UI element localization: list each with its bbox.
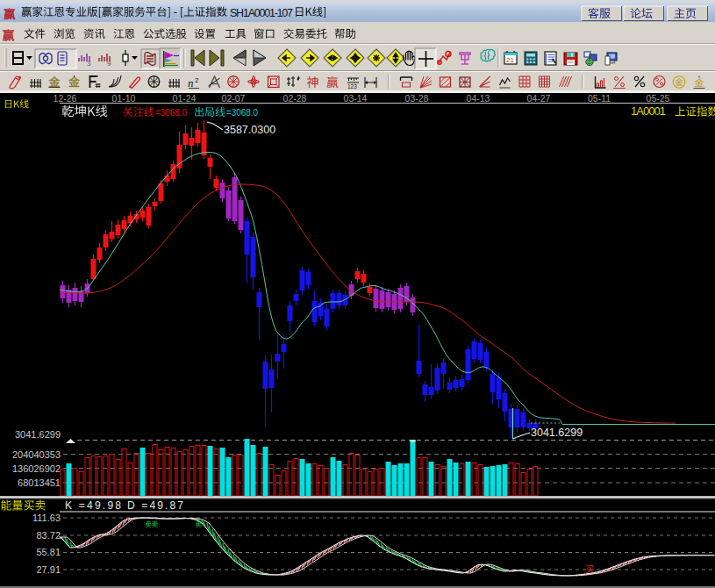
svg-text:123: 123 [347,83,357,90]
svg-text:9: 9 [107,60,111,68]
svg-text:27.91: 27.91 [36,564,61,575]
svg-text:=3068.0: =3068.0 [155,107,187,118]
svg-text:=3068.0: =3068.0 [226,107,258,118]
svg-text:1A0001: 1A0001 [631,104,666,118]
svg-text:3041.6299: 3041.6299 [531,427,583,439]
svg-text:01-10: 01-10 [112,93,136,104]
svg-text:12-26: 12-26 [54,93,77,104]
svg-text:111.63: 111.63 [32,513,61,523]
svg-text:55.81: 55.81 [36,547,61,557]
svg-text:04-27: 04-27 [527,93,551,104]
svg-text:21: 21 [506,56,514,64]
svg-text:3: 3 [87,60,91,68]
svg-text:03-14: 03-14 [344,93,368,104]
svg-text:83.72: 83.72 [36,530,61,541]
svg-text:05-25: 05-25 [647,93,670,104]
svg-text:02-28: 02-28 [283,93,307,104]
svg-text:01-24: 01-24 [173,93,197,104]
svg-text:3041.6299: 3041.6299 [15,429,61,440]
svg-text:SH1A0001-107: SH1A0001-107 [230,7,293,19]
svg-text:3587.0300: 3587.0300 [224,124,275,136]
svg-text:04-13: 04-13 [467,93,490,104]
svg-text:03-28: 03-28 [405,93,429,104]
svg-text:02-07: 02-07 [222,93,246,104]
svg-text:136026902: 136026902 [12,463,61,474]
svg-text:204040353: 204040353 [12,449,61,460]
svg-text:2: 2 [195,76,199,84]
svg-text:68013451: 68013451 [18,477,61,488]
svg-text:05-11: 05-11 [588,93,611,104]
svg-text:n: n [188,76,194,90]
